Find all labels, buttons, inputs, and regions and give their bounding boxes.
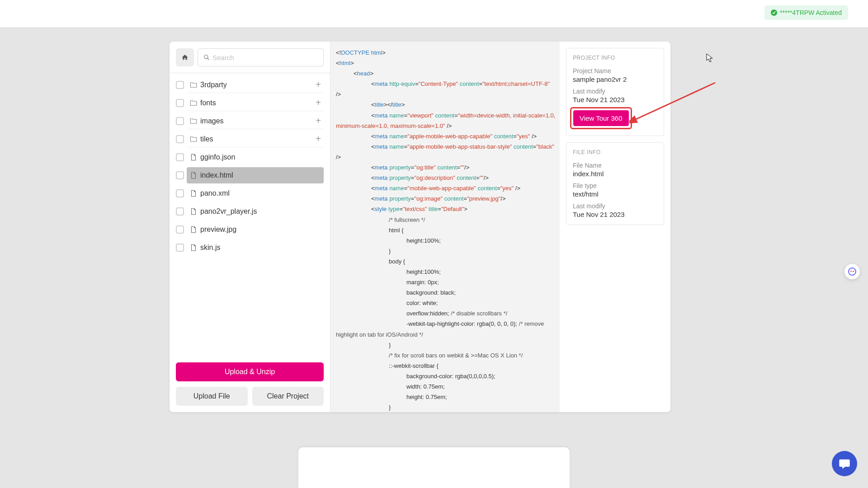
project-name-label: Project Name <box>573 67 657 75</box>
file-name: pano2vr_player.js <box>200 207 257 216</box>
activation-badge: *****4TRPW Activated <box>764 5 848 20</box>
checkbox[interactable] <box>176 81 184 89</box>
folder-name: images <box>200 117 224 125</box>
face-icon <box>848 267 856 276</box>
file-name-value: index.html <box>573 170 657 178</box>
file-row[interactable]: pano2vr_player.js <box>176 202 324 221</box>
check-icon <box>771 9 777 16</box>
bottom-card <box>298 447 570 488</box>
project-modify-value: Tue Nov 21 2023 <box>573 96 657 103</box>
chat-button[interactable] <box>832 451 857 476</box>
folder-row[interactable]: tiles+ <box>176 130 324 148</box>
file-name: pano.xml <box>200 189 230 197</box>
home-icon <box>181 54 189 61</box>
project-name-value: sample pano2vr 2 <box>573 75 657 83</box>
upload-file-button[interactable]: Upload File <box>176 387 248 406</box>
file-info-card: FILE INFO File Name index.html File type… <box>566 142 664 225</box>
file-name: index.html <box>200 171 233 179</box>
file-row[interactable]: gginfo.json <box>176 148 324 166</box>
view-tour-highlight: View Tour 360 <box>570 107 632 129</box>
file-name-label: File Name <box>573 162 657 169</box>
folder-name: fonts <box>200 99 216 107</box>
view-tour-button[interactable]: View Tour 360 <box>573 110 629 126</box>
plus-icon[interactable]: + <box>316 116 321 126</box>
svg-line-1 <box>208 58 209 60</box>
file-panel: 3rdparty+fonts+images+tiles+gginfo.jsoni… <box>170 42 330 412</box>
plus-icon[interactable]: + <box>316 80 321 90</box>
checkbox[interactable] <box>176 171 184 179</box>
file-actions: Upload & Unzip Upload File Clear Project <box>170 356 330 412</box>
search-input[interactable] <box>212 54 318 61</box>
project-modify-label: Last modify <box>573 88 657 95</box>
top-bar: *****4TRPW Activated <box>0 0 868 28</box>
file-modify-value: Tue Nov 21 2023 <box>573 211 657 218</box>
file-row[interactable]: index.html <box>176 166 324 184</box>
search-icon <box>203 54 210 61</box>
main-card: 3rdparty+fonts+images+tiles+gginfo.jsoni… <box>170 42 670 412</box>
checkbox[interactable] <box>176 135 184 143</box>
file-row[interactable]: preview.jpg <box>176 221 324 239</box>
clear-project-button[interactable]: Clear Project <box>252 387 324 406</box>
checkbox[interactable] <box>176 189 184 197</box>
file-name: preview.jpg <box>200 225 236 234</box>
checkbox[interactable] <box>176 99 184 107</box>
checkbox[interactable] <box>176 244 184 252</box>
file-modify-label: Last modify <box>573 202 657 210</box>
home-button[interactable] <box>176 48 194 66</box>
checkbox[interactable] <box>176 225 184 234</box>
project-info-heading: PROJECT INFO <box>573 55 657 61</box>
plus-icon[interactable]: + <box>316 98 321 108</box>
file-panel-header <box>170 42 330 73</box>
help-widget-button[interactable] <box>844 264 860 279</box>
chat-icon <box>838 457 851 470</box>
search-field[interactable] <box>198 48 324 66</box>
folder-row[interactable]: 3rdparty+ <box>176 76 324 94</box>
cursor-icon <box>706 53 713 63</box>
file-name: gginfo.json <box>200 153 235 161</box>
activation-text: *****4TRPW Activated <box>780 9 842 16</box>
folder-name: 3rdparty <box>200 81 227 89</box>
file-row[interactable]: pano.xml <box>176 184 324 202</box>
file-type-label: File type <box>573 182 657 189</box>
checkbox[interactable] <box>176 207 184 216</box>
file-info-heading: FILE INFO <box>573 149 657 155</box>
svg-point-0 <box>204 55 208 59</box>
info-sidebar: PROJECT INFO Project Name sample pano2vr… <box>560 42 670 412</box>
checkbox[interactable] <box>176 153 184 161</box>
file-list: 3rdparty+fonts+images+tiles+gginfo.jsoni… <box>170 73 330 356</box>
plus-icon[interactable]: + <box>316 134 321 144</box>
project-info-card: PROJECT INFO Project Name sample pano2vr… <box>566 48 664 136</box>
folder-row[interactable]: images+ <box>176 112 324 130</box>
file-type-value: text/html <box>573 190 657 198</box>
upload-unzip-button[interactable]: Upload & Unzip <box>176 362 324 381</box>
folder-name: tiles <box>200 135 213 143</box>
code-viewer[interactable]: <!DOCTYPE html> <html> <head> <meta http… <box>330 42 560 412</box>
checkbox[interactable] <box>176 117 184 125</box>
file-row[interactable]: skin.js <box>176 239 324 257</box>
folder-row[interactable]: fonts+ <box>176 94 324 112</box>
file-name: skin.js <box>200 244 220 252</box>
